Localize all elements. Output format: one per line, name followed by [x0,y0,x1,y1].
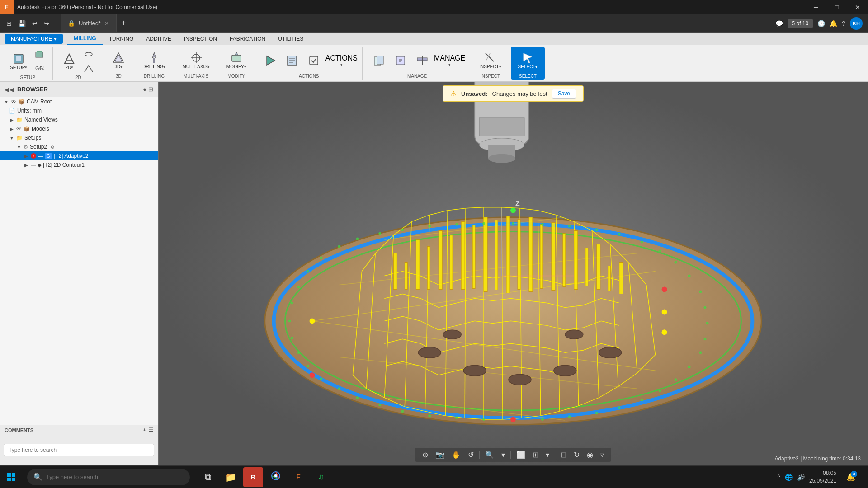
setup2-expand-icon[interactable]: ▼ [16,145,22,150]
multi-axis-btn[interactable]: MULTI-AXIS ▾ [179,50,212,70]
taskbar-search[interactable]: 🔍 [27,469,190,485]
clock-icon[interactable]: 🕐 [817,20,825,27]
tab-additive[interactable]: ADDITIVE [140,33,177,45]
svg-point-136 [291,337,293,339]
orbit-icon[interactable]: ↺ [466,450,476,460]
pan-icon[interactable]: ✋ [450,450,462,460]
setup-g1g2-button[interactable]: G1G2 [32,61,48,74]
tree-item-contour1[interactable]: ▶ — ◆ [T2] 2D Contour1 [0,160,158,169]
home-button[interactable]: ⊞ [5,19,14,28]
effects-icon[interactable]: ⊟ [559,450,568,460]
comments-add-icon[interactable]: + [143,427,146,433]
manage-dropdown-btn[interactable]: MANAGE ▾ [434,54,465,67]
new-tab-button[interactable]: + [117,19,131,28]
manage-btn1[interactable] [369,53,389,68]
models-expand-icon[interactable]: ▶ [9,127,14,131]
filter-icon[interactable]: ▿ [599,450,606,460]
notifications-icon[interactable]: 💬 [775,20,783,27]
help-icon[interactable]: ? [842,20,845,27]
actions-btn1[interactable] [260,53,280,68]
display-icon[interactable]: ⬜ [514,450,527,460]
drilling-btn[interactable]: DRILLING ▾ [140,50,168,70]
tree-item-cam-root[interactable]: ▼ 👁 📦 CAM Root [0,97,158,106]
minimize-button[interactable]: ─ [806,0,826,14]
tab-milling[interactable]: MILLING [67,33,102,45]
grid-icon[interactable]: ⊞ [531,450,540,460]
setup-stock-button[interactable] [32,48,48,61]
2d-btn1[interactable]: 2D ▾ [59,51,79,71]
file-explorer-app[interactable]: 📁 [221,467,241,487]
redo-button[interactable]: ↪ [42,19,51,28]
volume-icon[interactable]: 🔊 [797,474,805,481]
chrome-app[interactable] [266,467,286,487]
browser-collapse-button[interactable]: ◀◀ [5,86,14,93]
tab-close-icon[interactable]: ✕ [104,20,109,27]
show-hidden-icons[interactable]: ^ [777,474,780,481]
start-button[interactable] [0,466,23,488]
system-clock[interactable]: 08:05 25/05/2021 [809,469,836,485]
actions-dropdown-btn[interactable]: ACTIONS ▾ [326,54,358,67]
taskbar-search-input[interactable] [46,474,184,480]
tree-item-adaptive2[interactable]: ▶ ! — G [T2] Adaptive2 [0,151,158,160]
2d-btn3[interactable] [81,61,97,74]
comments-search-input[interactable] [4,444,154,456]
svg-point-111 [675,261,677,264]
svg-point-116 [704,338,707,340]
unsaved-banner: ⚠ Unsaved: Changes may be lost Save [443,85,584,102]
tab-inspection[interactable]: INSPECTION [178,33,223,45]
user-avatar[interactable]: KH [850,17,863,30]
tab-utilities[interactable]: UTILITIES [272,33,310,45]
named-views-expand-icon[interactable]: ▶ [9,117,14,122]
bell-icon[interactable]: 🔔 [830,20,837,27]
tree-item-setups[interactable]: ▼ 📁 Setups [0,133,158,142]
actions-btn2[interactable] [282,53,302,68]
surface-icon[interactable]: ◉ [585,450,595,460]
camera-icon[interactable]: 📷 [434,450,446,460]
inspect-btn[interactable]: INSPECT ▾ [476,50,504,70]
close-button[interactable]: ✕ [847,0,868,14]
units-icon: 📄 [9,108,15,114]
rab-app[interactable]: R [243,467,263,487]
svg-point-94 [297,286,300,288]
manage-btn2[interactable] [391,53,410,68]
network-icon[interactable]: 🌐 [785,474,793,481]
adaptive2-expand-icon[interactable]: ▶ [24,154,29,159]
spotify-app[interactable]: ♫ [311,467,331,487]
setups-icon: 📁 [16,135,23,141]
3d-btn1[interactable]: 3D ▾ [108,50,128,70]
cam-root-expand-icon[interactable]: ▼ [4,99,9,104]
setup-group-label: SETUP [20,75,35,80]
zoom-icon[interactable]: 🔍 [483,450,496,460]
display-arrow-icon[interactable]: ▾ [544,450,551,460]
browser-expand-icon[interactable]: ⊞ [148,86,153,93]
tree-item-setup2[interactable]: ▼ ⚙ Setup2 ⊙ [0,142,158,151]
maximize-button[interactable]: □ [826,0,847,14]
tab-fabrication[interactable]: FABRICATION [223,33,272,45]
zoom-arrow-icon[interactable]: ▾ [500,450,507,460]
setup-icon-button[interactable]: SETUP ▾ [7,51,30,71]
viewport[interactable]: ⚠ Unsaved: Changes may be lost Save FRON… [158,82,868,465]
save-quick-button[interactable]: 💾 [16,19,28,28]
fusion-app[interactable]: F [288,467,308,487]
tree-item-named-views[interactable]: ▶ 📁 Named Views [0,115,158,124]
comments-menu-icon[interactable]: ☰ [149,427,153,433]
task-view-button[interactable]: ⧉ [198,467,218,487]
2d-btn2[interactable] [81,48,97,61]
setups-expand-icon[interactable]: ▼ [9,136,14,141]
select-btn[interactable]: SELECT ▾ [515,50,541,70]
tab-turning[interactable]: TURNING [103,33,140,45]
save-button[interactable]: Save [552,89,576,99]
actions-btn3[interactable] [304,53,324,68]
tree-item-models[interactable]: ▶ 👁 📦 Models [0,124,158,133]
notification-button[interactable]: 🔔 3 [841,467,861,487]
refresh-icon[interactable]: ↻ [572,450,581,460]
svg-rect-77 [608,266,611,291]
snap-icon[interactable]: ⊕ [420,450,430,460]
manufacture-button[interactable]: MANUFACTURE ▾ [5,34,63,44]
undo-button[interactable]: ↩ [30,19,39,28]
contour1-expand-icon[interactable]: ▶ [24,163,29,168]
manage-btn3[interactable] [412,53,432,68]
active-tab[interactable]: 🔒 Untitled* ✕ [61,14,117,32]
modify-btn[interactable]: MODIFY ▾ [224,50,249,70]
lock-icon: 🔒 [68,20,75,27]
